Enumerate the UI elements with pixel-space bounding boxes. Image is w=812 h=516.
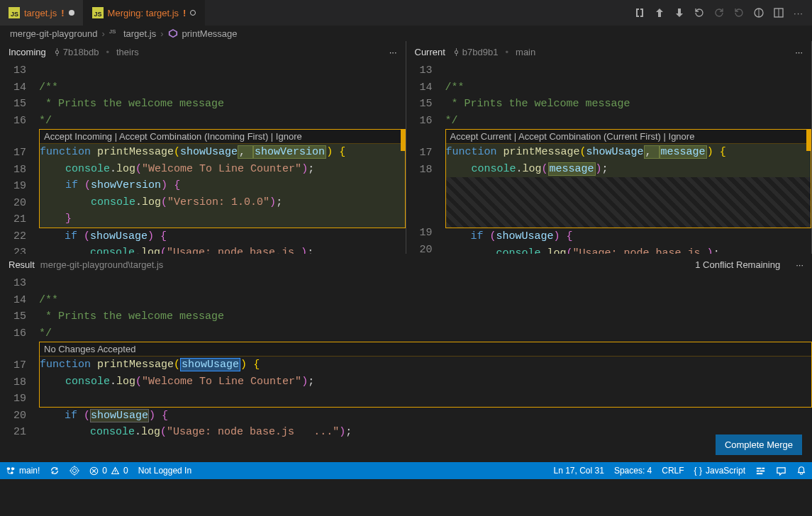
conflict-region: Accept Current | Accept Combination (Cur… <box>445 129 812 228</box>
tab-target-js[interactable]: JS target.js ! <box>0 0 84 26</box>
svg-rect-11 <box>757 473 762 474</box>
incoming-code[interactable]: 131415161718192021222324 /** * Prints th… <box>0 62 406 254</box>
compare-icon[interactable] <box>633 6 646 19</box>
split-icon[interactable] <box>772 6 785 19</box>
bell-button[interactable] <box>796 466 806 476</box>
incoming-pane: Incoming 7b18bdb • theirs ··· 1314151617… <box>0 41 406 254</box>
svg-rect-9 <box>757 470 760 471</box>
dirty-ring-icon <box>190 10 196 16</box>
prettier-button[interactable] <box>755 466 766 476</box>
method-icon <box>168 28 178 38</box>
result-pane: Result merge-git-playground\target.js 1 … <box>0 254 812 462</box>
tab-label: target.js <box>24 8 57 18</box>
cursor-position[interactable]: Ln 17, Col 31 <box>554 466 604 476</box>
tab-label: Merging: target.js <box>108 8 179 18</box>
svg-rect-10 <box>760 470 765 471</box>
complete-merge-button[interactable]: Complete Merge <box>716 434 802 455</box>
js-icon: JS <box>9 7 20 18</box>
arrow-down-icon[interactable] <box>673 6 686 19</box>
result-code[interactable]: 131415161718192021 /** * Prints the welc… <box>0 275 812 462</box>
js-icon: JS <box>92 7 104 18</box>
diff-icon[interactable] <box>752 6 765 19</box>
eol-button[interactable]: CRLF <box>662 466 684 476</box>
revert-icon[interactable] <box>693 6 706 19</box>
login-button[interactable]: Not Logged In <box>138 466 191 476</box>
dirty-dot-icon <box>69 10 74 16</box>
svg-point-5 <box>71 467 79 475</box>
more-icon[interactable]: ··· <box>795 47 803 57</box>
chevron-icon: › <box>102 28 105 39</box>
status-bar: main! 0 0 Not Logged In Ln 17, Col 31 Sp… <box>0 462 812 479</box>
current-pane: Current b7bd9b1 • main ··· 1314151617181… <box>406 41 813 254</box>
more-icon[interactable]: ··· <box>796 259 803 270</box>
problems-button[interactable]: 0 0 <box>89 466 128 476</box>
commit-ref[interactable]: b7bd9b1 <box>452 47 499 57</box>
more-icon[interactable]: ··· <box>792 6 805 19</box>
breadcrumb[interactable]: merge-git-playground › JS target.js › pr… <box>0 26 812 41</box>
merge-split: Incoming 7b18bdb • theirs ··· 1314151617… <box>0 41 812 254</box>
current-code[interactable]: 13141516171819202122 /** * Prints the we… <box>406 62 812 254</box>
result-title: Result <box>9 259 35 270</box>
svg-point-2 <box>55 50 58 53</box>
pane-title: Incoming <box>9 47 46 57</box>
svg-rect-7 <box>757 467 762 469</box>
breadcrumb-file: target.js <box>123 28 156 39</box>
svg-point-4 <box>73 469 77 472</box>
conflict-region: No Changes Accepted function printMessag… <box>39 342 812 408</box>
tab-bar: JS target.js ! JS Merging: target.js ! ·… <box>0 0 812 26</box>
redo-icon[interactable] <box>733 6 745 19</box>
commit-ref[interactable]: 7b18bdb <box>53 47 99 57</box>
deleted-region <box>446 177 811 228</box>
undo-icon[interactable] <box>713 6 725 19</box>
svg-point-3 <box>455 50 457 53</box>
radio-button[interactable] <box>69 466 79 476</box>
modified-indicator: ! <box>61 8 64 18</box>
codelens[interactable]: Accept Current | Accept Combination (Cur… <box>446 130 811 144</box>
arrow-up-icon[interactable] <box>653 6 666 19</box>
pane-title: Current <box>415 47 445 57</box>
chevron-icon: › <box>160 28 163 39</box>
svg-rect-8 <box>762 467 764 469</box>
breadcrumb-folder: merge-git-playground <box>10 28 98 39</box>
modified-indicator: ! <box>183 8 186 18</box>
codelens[interactable]: Accept Incoming | Accept Combination (In… <box>40 130 405 144</box>
ref-label: theirs <box>116 47 139 57</box>
conflict-count: 1 Conflict Remaining <box>695 259 780 270</box>
result-path: merge-git-playground\target.js <box>40 259 163 270</box>
breadcrumb-symbol: printMessage <box>182 28 238 39</box>
feedback-button[interactable] <box>776 466 786 476</box>
editor-toolbar: ··· <box>633 6 812 19</box>
js-icon: JS <box>109 28 119 38</box>
language-button[interactable]: { } JavaScript <box>694 466 745 476</box>
sync-button[interactable] <box>50 466 60 476</box>
codelens[interactable]: No Changes Accepted <box>40 342 811 357</box>
ref-label: main <box>516 47 535 57</box>
tab-merging-target-js[interactable]: JS Merging: target.js ! <box>84 0 206 26</box>
more-icon[interactable]: ··· <box>389 47 397 57</box>
branch-button[interactable]: main! <box>6 466 40 476</box>
indent-button[interactable]: Spaces: 4 <box>614 466 652 476</box>
conflict-region: Accept Incoming | Accept Combination (In… <box>39 129 406 228</box>
